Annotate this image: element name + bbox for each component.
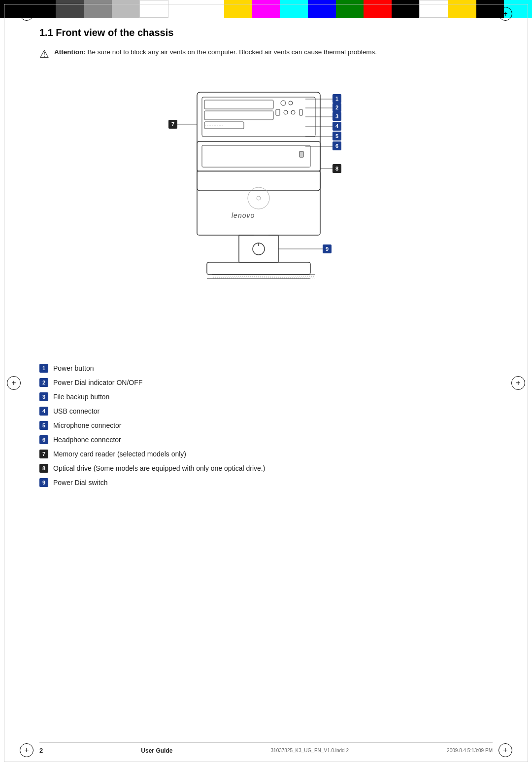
legend-item-4: 4 USB connector [39, 406, 493, 417]
attention-label: Attention: [54, 48, 86, 56]
svg-line-43 [246, 276, 247, 279]
svg-line-37 [234, 276, 235, 279]
svg-point-18 [257, 196, 261, 200]
svg-line-57 [274, 276, 275, 279]
legend-item-7: 7 Memory card reader (selected models on… [39, 449, 493, 459]
svg-rect-24 [207, 262, 310, 275]
svg-line-68 [296, 276, 297, 279]
legend-text-7: Memory card reader (selected models only… [53, 449, 186, 459]
svg-rect-4 [204, 122, 244, 129]
legend-badge-2: 2 [39, 378, 48, 387]
svg-line-61 [282, 276, 283, 279]
svg-line-72 [303, 276, 304, 279]
svg-line-71 [301, 276, 302, 279]
legend-text-5: Microphone connector [53, 420, 122, 431]
svg-point-6 [289, 101, 293, 105]
svg-text:lenovo: lenovo [232, 211, 255, 219]
svg-line-52 [264, 276, 265, 279]
svg-line-34 [229, 276, 230, 279]
legend-item-8: 8 Optical drive (Some models are equippe… [39, 463, 493, 474]
legend-text-8: Optical drive (Some models are equipped … [53, 463, 265, 474]
svg-line-29 [219, 276, 220, 279]
svg-rect-1 [202, 97, 315, 137]
legend-badge-1: 1 [39, 364, 48, 373]
legend-text-3: File backup button [53, 392, 109, 402]
svg-line-36 [233, 276, 233, 279]
legend-text-4: USB connector [53, 406, 100, 417]
attention-body: Be sure not to block any air vents on th… [88, 48, 377, 56]
footer-guide-label: User Guide [141, 747, 172, 754]
svg-line-53 [266, 276, 267, 279]
section-title: 1.1 Front view of the chassis [39, 27, 493, 38]
svg-line-46 [252, 276, 253, 279]
color-bar [0, 0, 532, 18]
reg-mark-mr [511, 376, 525, 390]
attention-box: ⚠ Attention: Be sure not to block any ai… [39, 47, 493, 61]
svg-line-45 [250, 276, 251, 279]
svg-line-66 [292, 276, 293, 279]
svg-text:7: 7 [171, 121, 174, 127]
svg-line-42 [244, 276, 245, 279]
svg-line-59 [278, 276, 279, 279]
legend-item-1: 1 Power button [39, 363, 493, 374]
svg-line-67 [294, 276, 295, 279]
legend-item-6: 6 Headphone connector [39, 435, 493, 445]
svg-line-31 [223, 276, 224, 279]
legend-badge-3: 3 [39, 392, 48, 401]
svg-line-26 [213, 276, 214, 279]
svg-line-74 [307, 276, 308, 279]
svg-line-47 [254, 276, 255, 279]
svg-line-49 [258, 276, 259, 279]
reg-mark-tl [20, 7, 33, 21]
svg-line-32 [225, 276, 226, 279]
svg-line-51 [262, 276, 263, 279]
svg-rect-13 [202, 145, 310, 167]
legend-item-9: 9 Power Dial switch [39, 478, 493, 488]
svg-line-60 [280, 276, 281, 279]
legend-badge-5: 5 [39, 421, 48, 430]
reg-mark-ml [7, 376, 21, 390]
svg-text:2: 2 [335, 104, 338, 110]
svg-line-48 [256, 276, 257, 279]
svg-text:5: 5 [335, 133, 338, 139]
svg-line-64 [288, 276, 289, 279]
svg-line-41 [242, 276, 243, 279]
svg-line-63 [286, 276, 287, 279]
legend-badge-4: 4 [39, 407, 48, 416]
svg-point-5 [281, 101, 286, 105]
svg-line-73 [305, 276, 306, 279]
svg-text:8: 8 [335, 166, 338, 172]
legend-item-2: 2 Power Dial indicator ON/OFF [39, 378, 493, 388]
legend-badge-7: 7 [39, 450, 48, 458]
svg-line-70 [299, 276, 300, 279]
svg-line-62 [284, 276, 285, 279]
svg-rect-7 [276, 109, 280, 115]
svg-line-27 [215, 276, 216, 279]
svg-line-58 [276, 276, 277, 279]
chassis-diagram: lenovo [39, 72, 493, 348]
footer-file-info: 31037825_K3_UG_EN_V1.0.indd 2 [271, 748, 349, 753]
svg-rect-14 [299, 151, 303, 157]
svg-line-55 [270, 276, 271, 279]
svg-line-44 [248, 276, 249, 279]
svg-line-33 [227, 276, 228, 279]
svg-text:9: 9 [326, 246, 329, 252]
footer-page-number: 2 [39, 747, 43, 754]
svg-line-56 [272, 276, 273, 279]
reg-mark-bl [20, 743, 33, 757]
svg-line-30 [221, 276, 222, 279]
svg-line-40 [240, 276, 241, 279]
legend-badge-9: 9 [39, 478, 48, 487]
svg-text:6: 6 [335, 143, 338, 149]
svg-line-77 [313, 276, 314, 279]
legend-list: 1 Power button 2 Power Dial indicator ON… [39, 363, 493, 488]
legend-badge-6: 6 [39, 435, 48, 444]
svg-line-65 [290, 276, 291, 279]
legend-item-5: 5 Microphone connector [39, 420, 493, 431]
svg-line-69 [298, 276, 299, 279]
main-content: 1.1 Front view of the chassis ⚠ Attentio… [39, 27, 493, 508]
legend-text-9: Power Dial switch [53, 478, 107, 488]
svg-rect-10 [299, 109, 302, 115]
svg-line-39 [238, 276, 239, 279]
reg-mark-tr [499, 7, 512, 21]
